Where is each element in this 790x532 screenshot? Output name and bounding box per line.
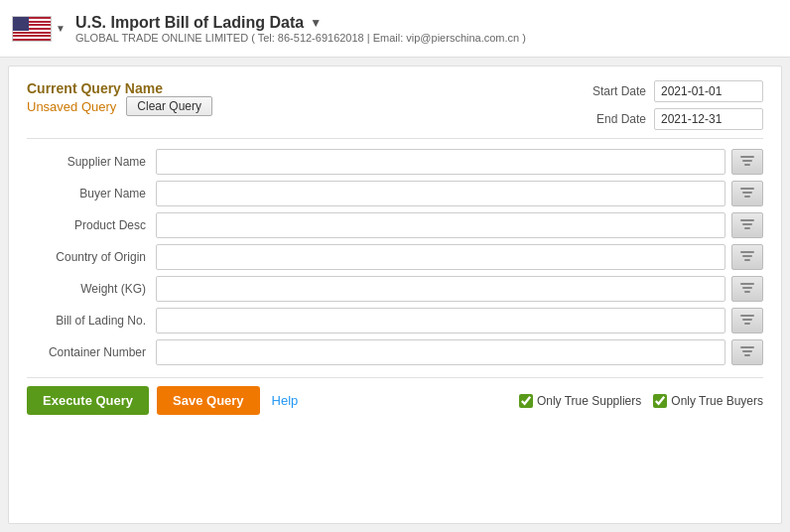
end-date-row: End Date bbox=[582, 108, 763, 130]
country-of-origin-icon[interactable] bbox=[731, 244, 763, 270]
only-true-suppliers-checkbox[interactable] bbox=[519, 394, 533, 408]
country-of-origin-input[interactable] bbox=[156, 244, 725, 270]
us-flag bbox=[12, 16, 52, 42]
filter-icon bbox=[739, 281, 755, 297]
supplier-name-icon[interactable] bbox=[731, 149, 763, 175]
product-desc-label: Product Desc bbox=[27, 218, 156, 232]
bill-of-lading-label: Bill of Lading No. bbox=[27, 314, 156, 328]
container-number-icon[interactable] bbox=[731, 339, 763, 365]
svg-rect-5 bbox=[744, 196, 750, 198]
unsaved-query-label: Unsaved Query bbox=[27, 99, 116, 114]
only-true-buyers-label: Only True Buyers bbox=[671, 394, 763, 408]
svg-rect-18 bbox=[740, 346, 754, 348]
flag-container[interactable]: ▼ bbox=[12, 16, 66, 42]
product-desc-input[interactable] bbox=[156, 212, 725, 238]
filter-icon bbox=[739, 249, 755, 265]
buyer-name-label: Buyer Name bbox=[27, 187, 156, 200]
svg-rect-15 bbox=[740, 315, 754, 317]
current-query-section: Current Query Name Unsaved Query Clear Q… bbox=[27, 80, 212, 126]
country-of-origin-row: Country of Origin bbox=[27, 244, 763, 270]
svg-rect-7 bbox=[742, 223, 752, 225]
svg-rect-4 bbox=[742, 192, 752, 194]
flag-dropdown-icon[interactable]: ▼ bbox=[56, 23, 66, 34]
weight-row: Weight (KG) bbox=[27, 276, 763, 302]
filter-icon bbox=[739, 186, 755, 201]
save-query-button[interactable]: Save Query bbox=[157, 386, 260, 415]
form-fields: Supplier Name Buyer Name bbox=[27, 149, 763, 365]
supplier-name-row: Supplier Name bbox=[27, 149, 763, 175]
buyer-name-row: Buyer Name bbox=[27, 181, 763, 206]
svg-rect-3 bbox=[740, 188, 754, 190]
bill-of-lading-row: Bill of Lading No. bbox=[27, 308, 763, 333]
weight-label: Weight (KG) bbox=[27, 282, 156, 296]
svg-rect-12 bbox=[740, 283, 754, 285]
end-date-input[interactable] bbox=[654, 108, 763, 130]
filter-icon bbox=[739, 217, 755, 233]
supplier-name-input[interactable] bbox=[156, 149, 725, 175]
container-number-row: Container Number bbox=[27, 339, 763, 365]
checkbox-group: Only True Suppliers Only True Buyers bbox=[519, 394, 763, 408]
end-date-label: End Date bbox=[582, 112, 646, 126]
execute-query-button[interactable]: Execute Query bbox=[27, 386, 149, 415]
supplier-name-label: Supplier Name bbox=[27, 155, 156, 169]
title-text: U.S. Import Bill of Lading Data bbox=[75, 14, 304, 32]
header-title-block: U.S. Import Bill of Lading Data ▼ GLOBAL… bbox=[75, 14, 526, 44]
date-section: Start Date End Date bbox=[582, 80, 763, 130]
weight-icon[interactable] bbox=[731, 276, 763, 302]
buyer-name-icon[interactable] bbox=[731, 181, 763, 206]
only-true-suppliers-item[interactable]: Only True Suppliers bbox=[519, 394, 641, 408]
product-desc-row: Product Desc bbox=[27, 212, 763, 238]
svg-rect-20 bbox=[744, 354, 750, 356]
app-header: ▼ U.S. Import Bill of Lading Data ▼ GLOB… bbox=[0, 0, 790, 58]
help-link[interactable]: Help bbox=[272, 393, 299, 408]
container-number-input[interactable] bbox=[156, 339, 725, 365]
svg-rect-13 bbox=[742, 287, 752, 289]
svg-rect-10 bbox=[742, 255, 752, 257]
svg-rect-2 bbox=[744, 164, 750, 166]
unsaved-row: Unsaved Query Clear Query bbox=[27, 96, 212, 116]
filter-icon bbox=[739, 344, 755, 360]
svg-rect-0 bbox=[740, 156, 754, 158]
buyer-name-input[interactable] bbox=[156, 181, 725, 206]
start-date-row: Start Date bbox=[582, 80, 763, 102]
svg-rect-17 bbox=[744, 323, 750, 325]
svg-rect-6 bbox=[740, 219, 754, 221]
start-date-label: Start Date bbox=[582, 84, 646, 98]
svg-rect-8 bbox=[744, 227, 750, 229]
product-desc-icon[interactable] bbox=[731, 212, 763, 238]
only-true-buyers-checkbox[interactable] bbox=[653, 394, 667, 408]
current-query-label: Current Query Name bbox=[27, 80, 212, 96]
filter-icon bbox=[739, 154, 755, 170]
country-of-origin-label: Country of Origin bbox=[27, 250, 156, 264]
header-subtitle: GLOBAL TRADE ONLINE LIMITED ( Tel: 86-51… bbox=[75, 32, 526, 44]
svg-rect-16 bbox=[742, 319, 752, 321]
clear-query-button[interactable]: Clear Query bbox=[126, 96, 212, 116]
footer: Execute Query Save Query Help Only True … bbox=[27, 377, 763, 415]
svg-rect-14 bbox=[744, 291, 750, 293]
only-true-suppliers-label: Only True Suppliers bbox=[537, 394, 641, 408]
start-date-input[interactable] bbox=[654, 80, 763, 102]
filter-icon bbox=[739, 313, 755, 329]
title-dropdown-icon[interactable]: ▼ bbox=[310, 16, 322, 30]
app-title: U.S. Import Bill of Lading Data ▼ bbox=[75, 14, 526, 32]
svg-rect-1 bbox=[742, 160, 752, 162]
divider bbox=[27, 138, 763, 139]
svg-rect-11 bbox=[744, 259, 750, 261]
bill-of-lading-icon[interactable] bbox=[731, 308, 763, 333]
container-number-label: Container Number bbox=[27, 345, 156, 359]
bill-of-lading-input[interactable] bbox=[156, 308, 725, 333]
svg-rect-9 bbox=[740, 251, 754, 253]
query-header-row: Current Query Name Unsaved Query Clear Q… bbox=[27, 80, 763, 130]
svg-rect-19 bbox=[742, 350, 752, 352]
only-true-buyers-item[interactable]: Only True Buyers bbox=[653, 394, 763, 408]
weight-input[interactable] bbox=[156, 276, 725, 302]
main-panel: Current Query Name Unsaved Query Clear Q… bbox=[8, 66, 782, 524]
